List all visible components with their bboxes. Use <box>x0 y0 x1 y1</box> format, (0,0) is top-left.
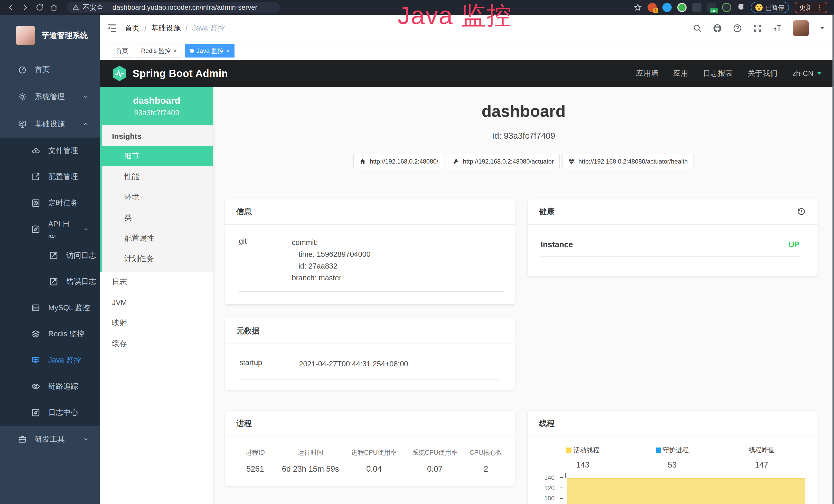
edit-square-icon <box>49 277 58 286</box>
heart-pulse-icon <box>568 158 575 165</box>
instance-health-row[interactable]: Instance UP <box>541 240 799 257</box>
sba-brand[interactable]: Spring Boot Admin <box>133 68 228 79</box>
close-icon[interactable]: × <box>226 48 229 54</box>
sidebar-item-infra[interactable]: 基础设施 <box>0 110 100 138</box>
reload-icon[interactable] <box>36 3 44 12</box>
browser-toolbar: 不安全 | dashboard.yudao.iocoder.cn/infra/a… <box>0 0 834 15</box>
sidebar-item-label: 访问日志 <box>66 250 96 260</box>
collapse-sidebar-icon[interactable] <box>106 23 118 34</box>
chevron-down-icon <box>83 94 89 100</box>
sba-item-mappings[interactable]: 映射 <box>100 313 213 333</box>
sidebar-item-config[interactable]: 配置管理 <box>0 164 100 190</box>
live-threads-area <box>567 478 805 504</box>
extension-icon-switch[interactable]: on <box>707 3 716 12</box>
avatar-caret-icon[interactable] <box>820 26 825 30</box>
process-value-syscpu: 0.07 <box>406 464 464 474</box>
font-size-icon[interactable] <box>773 24 782 33</box>
breadcrumb-infra[interactable]: 基础设施 <box>151 23 181 33</box>
process-header-pid: 进程ID <box>232 448 279 457</box>
tab-redis[interactable]: Redis 监控 × <box>136 44 182 58</box>
actuator-url-button[interactable]: http://192.168.0.2:48080/actuator <box>447 154 560 169</box>
sidebar-item-file[interactable]: 文件管理 <box>0 138 100 164</box>
sba-item-caches[interactable]: 缓存 <box>100 333 213 354</box>
extension-badge: 1 <box>654 8 658 13</box>
threads-card: 线程 活动线程 守护进程 线程峰值 <box>528 411 817 504</box>
sba-item-configprops[interactable]: 配置属性 <box>102 228 213 249</box>
brand-row[interactable]: 芋道管理系统 <box>0 15 100 56</box>
extension-icon-grid[interactable] <box>692 3 701 12</box>
legend-peak: 线程峰值 <box>717 446 806 454</box>
sidebar-item-api-log[interactable]: API 日志 <box>0 216 100 243</box>
locale-select[interactable]: zh-CN <box>792 69 822 78</box>
paused-chip[interactable]: 已暂停 <box>751 2 789 13</box>
sba-nav-wallboard[interactable]: 应用墙 <box>636 68 658 78</box>
gear-icon <box>18 92 27 101</box>
sidebar-item-java[interactable]: Java 监控 <box>0 347 100 373</box>
breadcrumb-separator: / <box>144 24 147 32</box>
sidebar-item-label: 研发工具 <box>35 434 65 444</box>
address-bar[interactable]: 不安全 | dashboard.yudao.iocoder.cn/infra/a… <box>67 2 280 13</box>
tab-java[interactable]: Java 监控 × <box>185 44 235 58</box>
info-card: 信息 git commit: time: 1596289704000 id: 2… <box>225 199 515 304</box>
sba-nav-applications[interactable]: 应用 <box>673 68 688 78</box>
sba-item-environment[interactable]: 环境 <box>102 187 213 207</box>
tab-home[interactable]: 首页 <box>111 44 133 58</box>
extension-icon-pin[interactable] <box>662 3 672 12</box>
history-icon[interactable] <box>796 207 806 216</box>
help-icon[interactable] <box>733 24 742 33</box>
sidebar-item-mysql[interactable]: MySQL 监控 <box>0 295 100 321</box>
sba-item-details[interactable]: 细节 <box>100 146 213 166</box>
update-label: 更新 <box>799 3 812 12</box>
legend-daemon: 守护进程 <box>628 446 717 454</box>
sidebar-item-job[interactable]: 定时任务 <box>0 190 100 216</box>
extension-cluster: 1 on 已暂停 更新 ⋮ <box>634 2 827 13</box>
git-commit-line: commit: <box>292 236 504 248</box>
process-value-pid: 5261 <box>232 464 279 474</box>
browser-menu-icon[interactable]: ⋮ <box>816 3 823 12</box>
sba-item-metrics[interactable]: 性能 <box>102 166 213 187</box>
health-url-button[interactable]: http://192.168.0.2:48080/actuator/health <box>562 154 694 169</box>
window-scrollbar[interactable] <box>832 15 834 504</box>
user-avatar[interactable] <box>793 20 809 36</box>
sidebar-item-label: 错误日志 <box>66 276 96 287</box>
extension-icon-orange[interactable]: 1 <box>648 3 657 12</box>
axis-tick <box>560 487 563 488</box>
sba-item-scheduledtasks[interactable]: 计划任务 <box>102 249 213 269</box>
startup-label: startup <box>239 358 299 370</box>
breadcrumb-separator: / <box>185 24 188 32</box>
sba-item-logfile[interactable]: 日志 <box>100 272 213 292</box>
health-card: 健康 Instance UP <box>528 199 817 276</box>
update-button[interactable]: 更新 ⋮ <box>795 2 827 13</box>
chevron-up-icon <box>83 121 89 127</box>
extension-icon-leaf[interactable] <box>722 3 731 12</box>
sidebar-item-devtools[interactable]: 研发工具 <box>0 426 100 453</box>
github-icon[interactable] <box>713 24 722 33</box>
close-icon[interactable]: × <box>173 48 177 54</box>
back-icon[interactable] <box>7 3 15 12</box>
sidebar-item-home[interactable]: 首页 <box>0 56 100 83</box>
sba-header: Spring Boot Admin 应用墙 应用 日志报表 关于我们 zh-CN <box>100 60 834 87</box>
forward-icon[interactable] <box>21 3 29 12</box>
sba-nav-journal[interactable]: 日志报表 <box>703 68 733 78</box>
sidebar-item-redis[interactable]: Redis 监控 <box>0 321 100 347</box>
sba-item-jvm[interactable]: JVM <box>100 292 213 313</box>
sba-nav-about[interactable]: 关于我们 <box>748 68 777 78</box>
puzzle-extensions-icon[interactable] <box>737 3 745 12</box>
sidebar-item-label: API 日志 <box>48 219 75 239</box>
sidebar-item-log-center[interactable]: 日志中心 <box>0 399 100 426</box>
sidebar-item-trace[interactable]: 链路追踪 <box>0 373 100 399</box>
process-headers: 进程ID 运行时间 进程CPU使用率 系统CPU使用率 CPU核心数 <box>232 448 508 457</box>
sidebar-item-system[interactable]: 系统管理 <box>0 83 100 110</box>
sba-item-classes[interactable]: 类 <box>102 207 213 228</box>
sba-app-header[interactable]: dashboard 93a3fc7f7409 <box>100 87 213 125</box>
bookmark-star-icon[interactable] <box>634 3 642 12</box>
sidebar-item-access-log[interactable]: 访问日志 <box>0 243 100 269</box>
home-icon <box>359 158 366 165</box>
fullscreen-icon[interactable] <box>753 24 762 33</box>
home-icon[interactable] <box>50 3 58 12</box>
service-url-button[interactable]: http://192.168.0.2:48080/ <box>353 154 444 169</box>
sidebar-item-error-log[interactable]: 错误日志 <box>0 269 100 295</box>
breadcrumb-home[interactable]: 首页 <box>125 23 140 33</box>
search-icon[interactable] <box>693 24 702 33</box>
extension-icon-vue[interactable] <box>677 3 686 12</box>
